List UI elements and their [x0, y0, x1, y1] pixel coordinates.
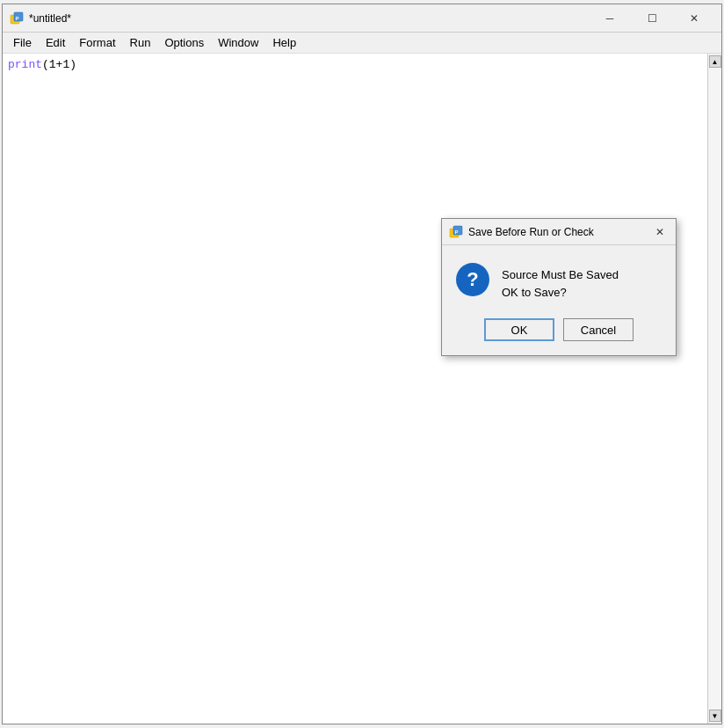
cancel-button[interactable]: Cancel	[563, 318, 634, 341]
dialog-app-icon: P	[449, 225, 463, 239]
dialog-buttons: OK Cancel	[442, 311, 676, 355]
ok-button[interactable]: OK	[484, 318, 554, 341]
dialog-title-left: P Save Before Run or Check	[449, 225, 594, 239]
dialog-box: P Save Before Run or Check ✕ ? Source Mu…	[441, 218, 677, 356]
question-mark-icon: ?	[456, 263, 489, 296]
dialog-message-line2: OK to Save?	[502, 284, 619, 302]
dialog-body: ? Source Must Be Saved OK to Save?	[442, 245, 676, 311]
modal-overlay: P Save Before Run or Check ✕ ? Source Mu…	[0, 0, 724, 728]
dialog-title-bar: P Save Before Run or Check ✕	[442, 219, 676, 245]
dialog-message: Source Must Be Saved OK to Save?	[502, 263, 619, 301]
svg-text:P: P	[455, 229, 459, 234]
dialog-message-line1: Source Must Be Saved	[502, 266, 619, 284]
dialog-title-text: Save Before Run or Check	[468, 226, 594, 238]
dialog-close-button[interactable]: ✕	[651, 223, 669, 241]
